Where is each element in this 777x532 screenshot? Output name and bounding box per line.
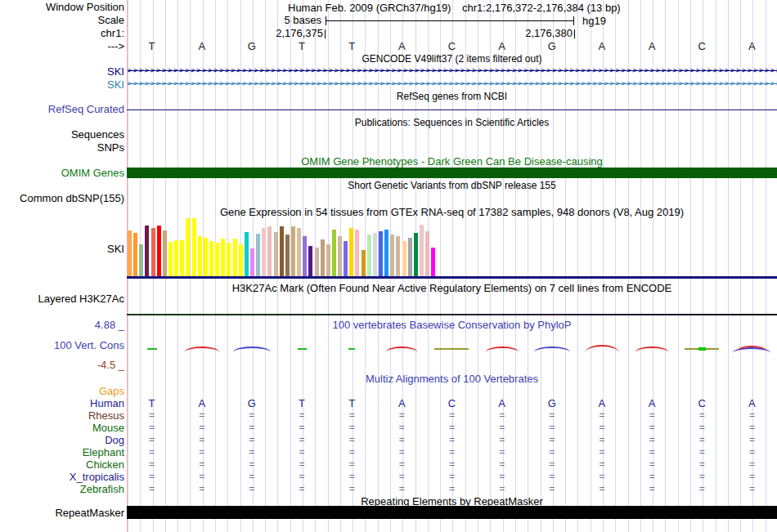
alignment-match: = [527,472,577,482]
base-letter: A [377,398,427,409]
scale-label: Scale [0,15,124,25]
h3k27ac-signal-line[interactable] [127,314,777,315]
alignment-match: = [377,422,427,433]
alignment-match: = [327,422,377,433]
multiz-human-sequence-row: TAGTTACAGAACA [127,398,777,409]
alignment-match: = [427,447,477,458]
conservation-feature [377,344,427,354]
alignment-match: = [427,484,477,494]
alignment-match: = [276,410,326,421]
gtex-bar [297,228,301,277]
chromosome-label: chr1: [0,28,124,38]
base-letter: C [427,398,477,409]
gtex-bar-chart[interactable] [128,218,455,277]
alignment-match: = [427,435,477,445]
alignment-match: = [177,484,227,494]
phylop-track-title: 100 vertebrates Basewise Conservation by… [127,320,777,330]
alignment-match: = [727,435,777,445]
alignment-match: = [527,422,577,433]
alignment-match: = [227,410,276,421]
gtex-bar [239,244,243,277]
alignment-match: = [327,410,377,421]
gtex-bar [262,228,266,277]
track-label-common-dbsnp[interactable]: Common dbSNP(155) [0,193,124,203]
gtex-bar [198,236,202,277]
track-label-dog[interactable]: Dog [0,435,124,445]
gtex-bar [431,248,435,277]
alignment-match: = [577,459,627,470]
track-label-chicken[interactable]: Chicken [0,459,124,470]
gencode-track-title: GENCODE V49lift37 (2 items filtered out) [127,54,777,65]
alignment-match: = [627,410,677,421]
base-letter: C [677,398,727,409]
base-letter: A [477,41,527,52]
gtex-bar [180,240,184,277]
conservation-feature [227,344,276,354]
alignment-match: = [627,472,677,482]
conservation-feature [477,344,527,354]
gtex-bar [408,238,412,277]
track-label-100-vert-cons[interactable]: 100 Vert. Cons [0,340,124,351]
alignment-match: = [527,410,577,421]
base-letter: G [527,398,577,409]
track-label-ski-gtex[interactable]: SKI [0,244,124,254]
repeatmasker-bar[interactable] [127,506,777,519]
track-label-repeatmasker[interactable]: RepeatMasker [0,507,124,518]
alignment-match: = [677,447,727,458]
gtex-bar [384,230,388,277]
alignment-match: = [577,484,627,494]
gtex-bar [174,240,178,277]
alignment-match: = [677,472,727,482]
track-label-layered-h3k27ac[interactable]: Layered H3K27Ac [0,293,124,304]
gtex-bar [151,228,155,277]
alignment-match: = [577,410,627,421]
alignment-match: = [577,435,627,445]
alignment-match: = [127,447,177,458]
alignment-match: = [677,459,727,470]
base-letter: C [677,41,727,52]
gtex-bar [303,236,307,277]
ski-transcript-row-1[interactable]: >>>>>>>>>>>>>>>>>>>>>>>>>>>>>>>>>>>>>>>>… [128,67,777,74]
track-label-ski-gencode-1[interactable]: SKI [0,66,124,77]
alignment-match: = [276,435,326,445]
alignment-match: = [727,447,777,458]
gtex-bar [396,236,400,277]
gtex-bar [256,234,260,277]
alignment-match: = [677,422,727,433]
base-letter: A [627,41,677,52]
gtex-bar [250,248,254,277]
coordinate-right-label: 2,176,380 [376,28,573,38]
track-label-snps[interactable]: SNPs [0,142,124,153]
alignment-match: = [177,435,227,445]
gtex-bar [402,241,406,277]
track-label-zebrafish[interactable]: Zebrafish [0,484,124,494]
track-label-elephant[interactable]: Elephant [0,447,124,458]
track-label-x_tropicalis[interactable]: X_tropicalis [0,472,124,482]
track-label-refseq-curated[interactable]: RefSeq Curated [0,104,124,114]
alignment-match: = [477,447,527,458]
alignment-match: = [477,472,527,482]
track-label-sequences[interactable]: Sequences [0,129,124,140]
alignment-match: = [427,410,477,421]
track-label-omim-genes[interactable]: OMIM Genes [0,168,124,178]
track-label-gaps[interactable]: Gaps [0,386,124,396]
track-label-mouse[interactable]: Mouse [0,422,124,433]
conservation-signal[interactable] [127,344,777,354]
base-letter: A [177,398,227,409]
ski-transcript-row-2[interactable]: >>>>>>>>>>>>>>>>>>>>>>>>>>>>>>>>>>>>>>>>… [128,80,777,87]
base-letter: G [227,398,276,409]
track-label-rhesus[interactable]: Rhesus [0,410,124,421]
alignment-match: = [177,422,227,433]
alignment-match: = [227,435,276,445]
genome-browser-image: Window Position Scale chr1: ---> Human F… [0,0,777,532]
gtex-bar [133,233,137,277]
coordinate-left-label: 2,176,375 [127,28,323,38]
base-letter: T [327,41,377,52]
track-label-ski-gencode-2[interactable]: SKI [0,79,124,90]
refseq-gene-line[interactable] [127,110,777,110]
gtex-bar [338,236,342,277]
omim-gene-bar[interactable] [127,168,777,178]
gtex-bar [209,241,213,277]
base-letter: G [227,41,276,52]
track-label-human[interactable]: Human [0,398,124,409]
